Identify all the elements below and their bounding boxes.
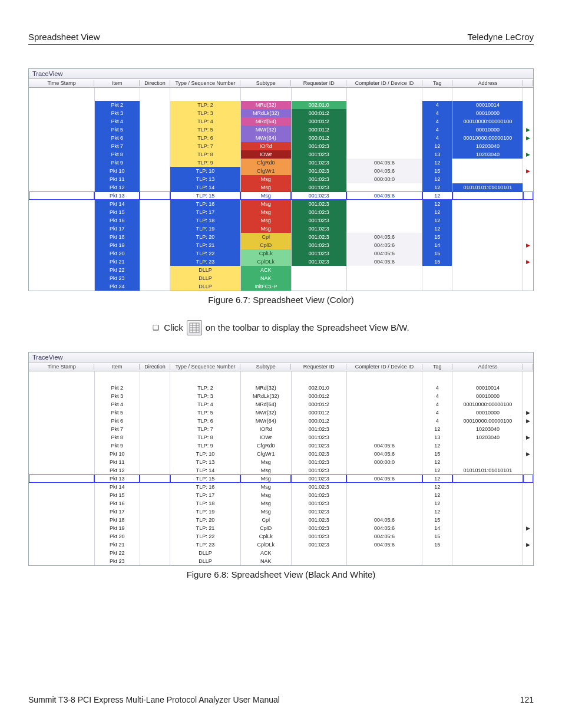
table-row[interactable]: Pkt 17TLP: 19Msg001:02:312 [29,225,533,233]
expand-arrow-cell[interactable] [523,450,533,458]
header-left: Spreadsheet View [28,32,100,42]
table-row[interactable]: Pkt 18TLP: 20Cpl001:02:3004:05:615 [29,233,533,241]
column-header[interactable]: Item [94,363,140,371]
column-header[interactable]: Completer ID / Device ID [346,363,422,371]
table-row[interactable]: Pkt 10TLP: 10CfgWr1001:02:3004:05:615 [29,167,533,175]
column-header[interactable]: Direction [140,79,170,88]
table-row[interactable]: Pkt 22DLLPACK [29,266,533,274]
expand-arrow-cell [523,200,533,208]
table-row[interactable]: Pkt 14TLP: 16Msg001:02:312 [29,200,533,208]
expand-arrow-cell [523,208,533,216]
column-header[interactable]: Subtype [240,363,291,371]
table-row[interactable]: Pkt 12TLP: 14Msg001:02:31201010101:01010… [29,466,533,475]
expand-arrow-cell [523,549,533,557]
table-row[interactable]: Pkt 4TLP: 4MRd(64)000:01:2400010000:0000… [29,117,533,126]
column-header[interactable]: Requester ID [291,79,346,88]
table-header-row: Time StampItemDirectionType / Sequence N… [29,79,533,88]
expand-arrow-cell[interactable] [523,417,533,425]
table-row[interactable]: Pkt 21TLP: 23CplDLk001:02:3004:05:615 [29,258,533,266]
column-header[interactable]: Requester ID [291,363,346,371]
table-row[interactable]: Pkt 6TLP: 6MWr(64)000:01:2400010000:0000… [29,134,533,142]
column-header[interactable]: Subtype [240,79,291,88]
column-header[interactable]: Tag [422,79,452,88]
table-row[interactable]: Pkt 7TLP: 7IORd001:02:31210203040 [29,425,533,433]
figure-caption-2: Figure 6.8: Spreadsheet View (Black And … [28,569,534,579]
table-row[interactable]: Pkt 14TLP: 16Msg001:02:312 [29,483,533,491]
spreadsheet-bw-toolbar-icon[interactable] [187,320,202,335]
expand-arrow-cell[interactable] [523,126,533,134]
table-row[interactable]: Pkt 4TLP: 4MRd(64)000:01:2400010000:0000… [29,400,533,409]
table-row[interactable]: Pkt 19TLP: 21CplD001:02:3004:05:614 [29,524,533,532]
instruction-post: on the toolbar to display the Spreadshee… [206,322,409,332]
column-header[interactable] [523,79,533,88]
table-row[interactable]: Pkt 2TLP: 2MRd(32)002:01:0400010014 [29,384,533,392]
column-header[interactable]: Type / Sequence Number [170,363,241,371]
table-row[interactable]: Pkt 18TLP: 20Cpl001:02:3004:05:615 [29,516,533,524]
table-row[interactable]: Pkt 22DLLPACK [29,549,533,557]
table-row[interactable]: Pkt 5TLP: 5MWr(32)000:01:2400010000 [29,409,533,417]
page-footer: Summit T3-8 PCI Express Multi-Lane Proto… [28,695,534,704]
spreadsheet-table-color[interactable]: Time StampItemDirectionType / Sequence N… [29,79,533,291]
expand-arrow-cell[interactable] [523,134,533,142]
table-row[interactable]: Pkt 19TLP: 21CplD001:02:3004:05:614 [29,241,533,249]
table-row[interactable]: Pkt 9TLP: 9CfgRd0001:02:3004:05:612 [29,159,533,167]
table-row[interactable]: Pkt 8TLP: 8IOWr001:02:31310203040 [29,150,533,159]
table-row[interactable]: Pkt 7TLP: 7IORd001:02:31210203040 [29,142,533,150]
column-header[interactable]: Address [452,363,523,371]
table-row[interactable]: Pkt 8TLP: 8IOWr001:02:31310203040 [29,433,533,442]
table-row[interactable]: Pkt 20TLP: 22CplLk001:02:3004:05:615 [29,532,533,541]
column-header[interactable]: Direction [140,363,170,371]
column-header[interactable]: Item [94,79,140,88]
expand-arrow-cell [523,458,533,466]
expand-arrow-cell[interactable] [523,433,533,442]
expand-arrow-cell[interactable] [523,241,533,249]
table-row[interactable]: Pkt 6TLP: 6MWr(64)000:01:2400010000:0000… [29,417,533,425]
table-row[interactable]: Pkt 2TLP: 2MRd(32)002:01:0400010014 [29,101,533,109]
column-header[interactable]: Completer ID / Device ID [346,79,422,88]
spreadsheet-table-bw[interactable]: Time StampItemDirectionType / Sequence N… [29,363,533,566]
expand-arrow-cell [523,216,533,225]
table-row[interactable]: Pkt 12TLP: 14Msg001:02:31201010101:01010… [29,183,533,192]
expand-arrow-cell [523,159,533,167]
column-header[interactable] [523,363,533,371]
table-row[interactable]: Pkt 24DLLPInitFC1-P [29,282,533,291]
column-header[interactable]: Time Stamp [29,79,94,88]
table-row[interactable]: Pkt 11TLP: 13Msg001:02:3000:00:012 [29,458,533,466]
table-row[interactable]: Pkt 11TLP: 13Msg001:02:3000:00:012 [29,175,533,183]
expand-arrow-cell[interactable] [523,167,533,175]
table-row[interactable]: Pkt 3TLP: 3MRdLk(32)000:01:2400010000 [29,109,533,117]
table-row[interactable]: Pkt 16TLP: 18Msg001:02:312 [29,216,533,225]
expand-arrow-cell[interactable] [523,409,533,417]
table-row[interactable]: Pkt 13TLP: 15Msg001:02:3004:05:612 [29,475,533,483]
table-row[interactable]: Pkt 20TLP: 22CplLk001:02:3004:05:615 [29,249,533,258]
table-row[interactable]: Pkt 3TLP: 3MRdLk(32)000:01:2400010000 [29,392,533,400]
table-row[interactable]: Pkt 5TLP: 5MWr(32)000:01:2400010000 [29,126,533,134]
table-row[interactable]: Pkt 23DLLPNAK [29,557,533,565]
bullet-icon: ❑ [153,324,159,332]
expand-arrow-cell [523,516,533,524]
table-row[interactable]: Pkt 15TLP: 17Msg001:02:312 [29,208,533,216]
expand-arrow-cell [523,101,533,109]
table-row[interactable]: Pkt 9TLP: 9CfgRd0001:02:3004:05:612 [29,442,533,450]
expand-arrow-cell [523,442,533,450]
column-header[interactable]: Time Stamp [29,363,94,371]
table-row[interactable]: Pkt 13TLP: 15Msg001:02:3004:05:612 [29,192,533,200]
table-row[interactable]: Pkt 17TLP: 19Msg001:02:312 [29,508,533,516]
column-header[interactable]: Address [452,79,523,88]
table-row[interactable]: Pkt 21TLP: 23CplDLk001:02:3004:05:615 [29,541,533,549]
expand-arrow-cell[interactable] [523,150,533,159]
expand-arrow-cell[interactable] [523,541,533,549]
traceview-panel-color: TraceView Time StampItemDirectionType / … [28,68,534,291]
table-row[interactable]: Pkt 23DLLPNAK [29,274,533,282]
table-row[interactable]: Pkt 10TLP: 10CfgWr1001:02:3004:05:615 [29,450,533,458]
expand-arrow-cell [523,109,533,117]
panel-title: TraceView [29,69,533,79]
expand-arrow-cell[interactable] [523,258,533,266]
panel-title: TraceView [29,353,533,363]
expand-arrow-cell[interactable] [523,524,533,532]
table-row[interactable]: Pkt 15TLP: 17Msg001:02:312 [29,491,533,499]
expand-arrow-cell [523,499,533,508]
table-row[interactable]: Pkt 16TLP: 18Msg001:02:312 [29,499,533,508]
column-header[interactable]: Tag [422,363,452,371]
column-header[interactable]: Type / Sequence Number [170,79,241,88]
